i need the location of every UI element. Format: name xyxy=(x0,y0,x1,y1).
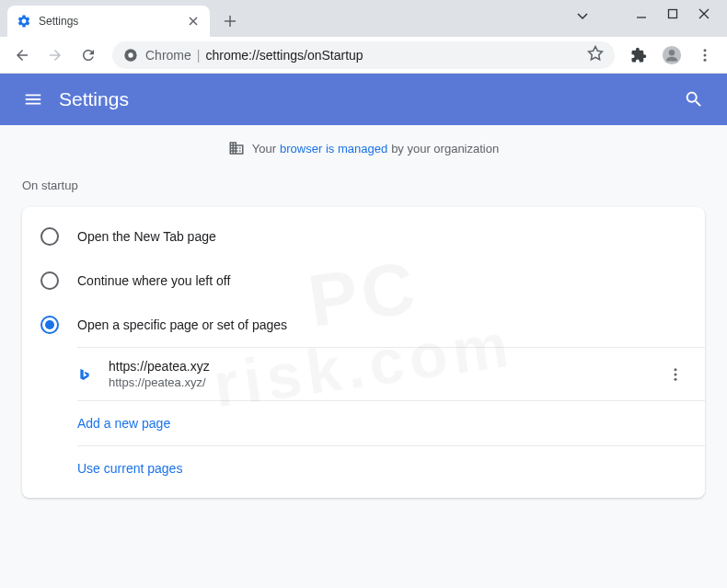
chrome-icon xyxy=(123,48,138,63)
radio-option-new-tab[interactable]: Open the New Tab page xyxy=(22,214,705,259)
gear-icon xyxy=(17,14,31,29)
bookmark-star-icon[interactable] xyxy=(587,45,604,65)
back-button[interactable] xyxy=(7,40,37,70)
svg-point-2 xyxy=(128,52,133,57)
radio-icon xyxy=(40,316,59,334)
tab-title: Settings xyxy=(39,15,186,28)
svg-point-10 xyxy=(675,377,677,380)
svg-point-4 xyxy=(669,50,675,55)
minimize-button[interactable] xyxy=(635,7,648,20)
page-more-menu[interactable] xyxy=(661,360,690,389)
section-title: On startup xyxy=(0,171,727,207)
settings-content: Your browser is managed by your organiza… xyxy=(0,125,727,588)
close-button[interactable] xyxy=(698,7,710,20)
chevron-down-icon[interactable] xyxy=(576,9,589,26)
chrome-menu-button[interactable] xyxy=(690,40,720,70)
omnibox-text: Chrome | chrome://settings/onStartup xyxy=(145,48,364,63)
startup-pages-list: https://peatea.xyz https://peatea.xyz/ A… xyxy=(77,347,705,490)
browser-toolbar: Chrome | chrome://settings/onStartup xyxy=(0,37,727,74)
titlebar: Settings xyxy=(0,0,727,37)
settings-header: Settings xyxy=(0,74,727,125)
maximize-button[interactable] xyxy=(666,7,679,20)
radio-option-continue[interactable]: Continue where you left off xyxy=(22,259,705,303)
tab-close-button[interactable] xyxy=(186,14,201,29)
bing-icon xyxy=(77,367,92,382)
new-tab-button[interactable] xyxy=(217,8,243,34)
managed-banner: Your browser is managed by your organiza… xyxy=(0,125,727,171)
add-page-link[interactable]: Add a new page xyxy=(77,401,705,446)
svg-point-7 xyxy=(704,58,707,61)
hamburger-menu-button[interactable] xyxy=(15,81,52,118)
svg-point-9 xyxy=(675,373,677,375)
radio-icon xyxy=(40,271,59,290)
startup-card: Open the New Tab page Continue where you… xyxy=(22,207,705,498)
forward-button[interactable] xyxy=(40,40,70,70)
address-bar[interactable]: Chrome | chrome://settings/onStartup xyxy=(112,41,615,69)
startup-page-row: https://peatea.xyz https://peatea.xyz/ xyxy=(77,348,705,401)
radio-icon xyxy=(40,227,59,246)
browser-tab[interactable]: Settings xyxy=(7,6,210,37)
svg-point-5 xyxy=(704,49,707,52)
use-current-pages-link[interactable]: Use current pages xyxy=(77,446,705,490)
page-url-text: https://peatea.xyz/ xyxy=(109,375,661,389)
svg-rect-0 xyxy=(669,10,677,18)
extensions-button[interactable] xyxy=(624,40,653,70)
page-title-text: https://peatea.xyz xyxy=(109,359,661,374)
building-icon xyxy=(228,140,245,156)
profile-avatar[interactable] xyxy=(657,40,687,70)
reload-button[interactable] xyxy=(74,40,103,70)
svg-point-8 xyxy=(675,368,677,371)
radio-option-specific-pages[interactable]: Open a specific page or set of pages xyxy=(22,303,705,347)
window-controls xyxy=(618,0,727,28)
settings-title: Settings xyxy=(59,88,675,110)
managed-link[interactable]: browser is managed xyxy=(280,142,387,156)
svg-point-6 xyxy=(704,53,707,56)
search-button[interactable] xyxy=(675,81,712,118)
